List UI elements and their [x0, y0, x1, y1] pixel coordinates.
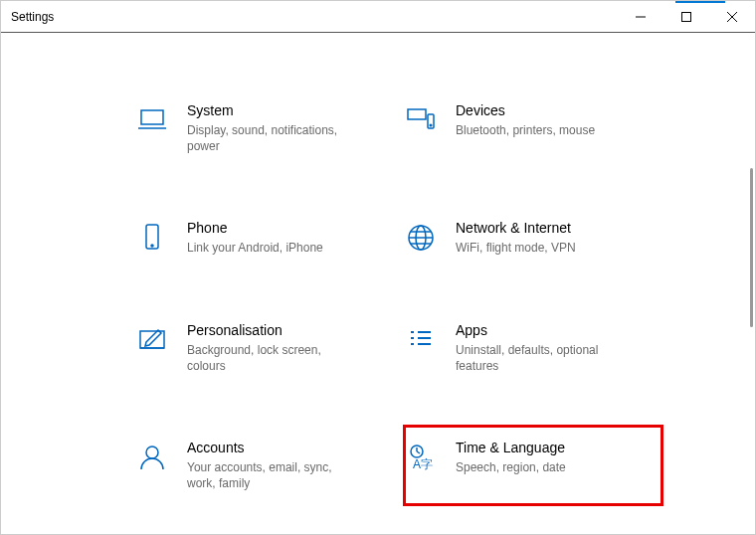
- tile-description: Bluetooth, printers, mouse: [456, 122, 625, 138]
- maximize-button[interactable]: [663, 1, 709, 33]
- tile-description: Background, lock screen, colours: [187, 342, 356, 374]
- settings-content: SystemDisplay, sound, notifications, pow…: [1, 34, 755, 534]
- tile-text: Network & InternetWiFi, flight mode, VPN: [456, 220, 655, 256]
- pen-icon: [135, 322, 169, 374]
- tile-title: System: [187, 102, 386, 118]
- settings-tile-apps[interactable]: AppsUninstall, defaults, optional featur…: [404, 308, 662, 388]
- settings-tile-personalisation[interactable]: PersonalisationBackground, lock screen, …: [135, 308, 394, 388]
- window-controls: [618, 1, 755, 33]
- tile-text: AccountsYour accounts, email, sync, work…: [187, 440, 386, 491]
- phone-icon: [135, 220, 169, 256]
- tile-text: PhoneLink your Android, iPhone: [187, 220, 386, 256]
- tile-text: PersonalisationBackground, lock screen, …: [187, 322, 386, 374]
- tile-text: AppsUninstall, defaults, optional featur…: [456, 322, 655, 374]
- settings-tile-devices[interactable]: DevicesBluetooth, printers, mouse: [404, 89, 662, 168]
- tile-description: WiFi, flight mode, VPN: [456, 240, 625, 256]
- settings-tile-time-language[interactable]: Time & LanguageSpeech, region, date: [404, 426, 662, 505]
- tile-text: SystemDisplay, sound, notifications, pow…: [187, 102, 386, 154]
- tile-title: Network & Internet: [456, 220, 655, 236]
- tile-description: Speech, region, date: [456, 459, 625, 475]
- tile-description: Uninstall, defaults, optional features: [456, 342, 625, 374]
- tile-title: Time & Language: [456, 440, 655, 455]
- settings-tile-accounts[interactable]: AccountsYour accounts, email, sync, work…: [135, 426, 394, 505]
- tile-title: Personalisation: [187, 322, 386, 338]
- time-language-icon: [404, 440, 438, 491]
- tile-title: Apps: [456, 322, 655, 338]
- tile-text: Time & LanguageSpeech, region, date: [456, 440, 655, 491]
- tile-description: Your accounts, email, sync, work, family: [187, 459, 356, 491]
- globe-icon: [404, 220, 438, 256]
- tile-description: Link your Android, iPhone: [187, 240, 356, 256]
- settings-tile-phone[interactable]: PhoneLink your Android, iPhone: [135, 206, 394, 269]
- minimize-button[interactable]: [618, 1, 663, 33]
- scrollbar[interactable]: [750, 168, 753, 327]
- tile-title: Accounts: [187, 440, 386, 455]
- svg-rect-1: [682, 12, 691, 21]
- laptop-icon: [135, 102, 169, 154]
- settings-tile-network[interactable]: Network & InternetWiFi, flight mode, VPN: [404, 206, 662, 269]
- list-icon: [404, 322, 438, 374]
- tile-text: DevicesBluetooth, printers, mouse: [456, 102, 655, 154]
- window-title: Settings: [1, 10, 618, 24]
- close-button[interactable]: [709, 1, 755, 33]
- devices-icon: [404, 102, 438, 154]
- settings-tile-system[interactable]: SystemDisplay, sound, notifications, pow…: [135, 89, 394, 168]
- tile-description: Display, sound, notifications, power: [187, 122, 356, 154]
- person-icon: [135, 440, 169, 491]
- titlebar: Settings: [1, 1, 755, 33]
- tile-title: Devices: [456, 102, 655, 118]
- tile-title: Phone: [187, 220, 386, 236]
